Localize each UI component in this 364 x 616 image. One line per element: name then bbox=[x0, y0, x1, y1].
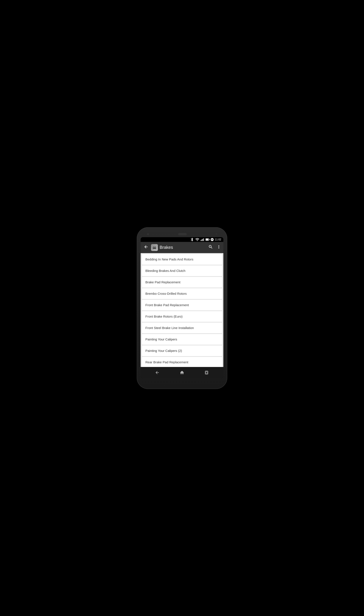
list-item[interactable]: Bleeding Brakes And Clutch bbox=[142, 265, 222, 276]
list-item[interactable]: Bedding In New Pads And Rotors bbox=[142, 254, 222, 265]
app-icon bbox=[151, 244, 158, 251]
notification-badge: 26 bbox=[211, 238, 214, 241]
list-item-text: Front Brake Rotors (Euro) bbox=[145, 315, 183, 318]
svg-rect-6 bbox=[209, 239, 209, 240]
status-bar: 26 11:02 bbox=[141, 237, 223, 242]
list-item[interactable]: Front Brake Rotors (Euro) bbox=[142, 311, 222, 322]
signal-icon bbox=[200, 237, 205, 242]
list-item-text: Bedding In New Pads And Rotors bbox=[145, 258, 194, 261]
app-bar-actions bbox=[208, 245, 221, 250]
list-item-text: Front Steel Brake Line Installation bbox=[145, 326, 194, 330]
navigation-bar bbox=[141, 367, 223, 378]
front-camera bbox=[147, 233, 149, 235]
wifi-icon bbox=[195, 237, 199, 242]
home-nav-button[interactable] bbox=[177, 368, 187, 377]
svg-rect-2 bbox=[202, 239, 203, 241]
list-item-text: Brembo Cross-Drilled Rotors bbox=[145, 292, 187, 295]
list-item[interactable]: Brake Pad Replacement bbox=[142, 277, 222, 288]
list-item[interactable]: Painting Your Calipers bbox=[142, 334, 222, 345]
content-list: Bedding In New Pads And RotorsBleeding B… bbox=[141, 253, 223, 367]
phone-top-hardware bbox=[141, 231, 223, 237]
list-item[interactable]: Brembo Cross-Drilled Rotors bbox=[142, 288, 222, 299]
svg-rect-8 bbox=[206, 371, 207, 374]
speaker-grille bbox=[178, 233, 187, 235]
battery-icon bbox=[206, 237, 210, 242]
bluetooth-icon bbox=[190, 237, 194, 242]
list-item[interactable]: Rear Brake Pad Replacement bbox=[142, 357, 222, 367]
list-item-text: Front Brake Pad Replacement bbox=[145, 303, 189, 307]
svg-rect-1 bbox=[202, 239, 202, 241]
list-item-text: Brake Pad Replacement bbox=[145, 280, 181, 284]
phone-bottom-hardware bbox=[141, 378, 223, 385]
sensor bbox=[216, 233, 217, 234]
status-time: 11:02 bbox=[215, 238, 221, 241]
svg-rect-3 bbox=[203, 238, 204, 241]
back-nav-button[interactable] bbox=[152, 368, 163, 377]
search-button[interactable] bbox=[208, 245, 213, 250]
svg-rect-5 bbox=[206, 239, 208, 240]
more-options-button[interactable] bbox=[216, 245, 221, 250]
list-item[interactable]: Front Brake Pad Replacement bbox=[142, 300, 222, 311]
list-item[interactable]: Painting Your Calipers (2) bbox=[142, 345, 222, 356]
app-bar: Brakes bbox=[141, 242, 223, 253]
status-icons: 26 bbox=[190, 237, 214, 242]
app-title: Brakes bbox=[160, 245, 207, 250]
recents-nav-button[interactable] bbox=[201, 368, 212, 377]
list-item-text: Rear Brake Pad Replacement bbox=[145, 360, 188, 364]
list-item[interactable]: Front Steel Brake Line Installation bbox=[142, 323, 222, 333]
list-item-text: Bleeding Brakes And Clutch bbox=[145, 269, 185, 273]
list-item-text: Painting Your Calipers bbox=[145, 337, 177, 341]
phone-device: 26 11:02 Brakes bbox=[137, 227, 227, 389]
phone-screen: 26 11:02 Brakes bbox=[141, 237, 223, 378]
svg-rect-0 bbox=[201, 240, 201, 241]
back-button[interactable] bbox=[143, 245, 149, 250]
list-item-text: Painting Your Calipers (2) bbox=[145, 349, 182, 353]
